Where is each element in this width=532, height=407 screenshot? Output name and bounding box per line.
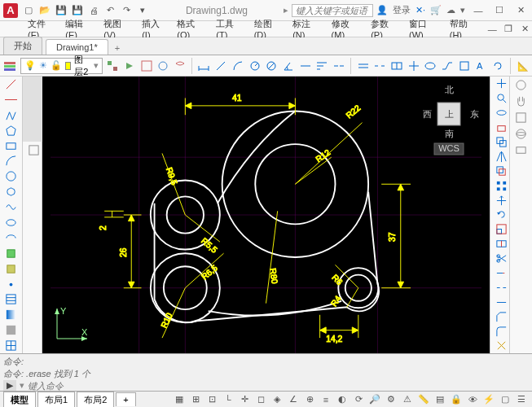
insert-block-tool-icon[interactable] xyxy=(0,246,21,261)
make-block-tool-icon[interactable] xyxy=(0,261,21,277)
saveas-icon[interactable]: 💾 xyxy=(70,3,85,18)
layout-tab-2[interactable]: 布局2 xyxy=(77,392,114,408)
login-link[interactable]: 登录 xyxy=(393,4,411,16)
dim-quick-icon[interactable] xyxy=(298,57,312,75)
layer-selector[interactable]: 💡 ☀ 🔓 图层2 ▾ xyxy=(20,58,103,74)
sb-3dosnap-icon[interactable]: ◈ xyxy=(270,393,284,406)
dim-diameter-icon[interactable] xyxy=(265,57,279,75)
dim-space-icon[interactable] xyxy=(356,57,370,75)
dim-break-icon[interactable] xyxy=(373,57,387,75)
sb-lock-icon[interactable]: 🔒 xyxy=(449,393,464,406)
sb-clean-icon[interactable]: ▢ xyxy=(498,393,512,406)
center-mark-icon[interactable] xyxy=(407,57,420,75)
qat-dropdown-icon[interactable]: ▾ xyxy=(135,3,150,18)
sb-ortho-icon[interactable]: └ xyxy=(221,393,235,406)
sb-cycle-icon[interactable]: ⟳ xyxy=(351,393,366,406)
dim-continue-icon[interactable] xyxy=(332,57,346,75)
properties-icon[interactable] xyxy=(23,142,44,158)
nav-pan-icon[interactable] xyxy=(510,93,531,109)
tab-start[interactable]: 开始 xyxy=(3,37,42,55)
dim-aligned-icon[interactable] xyxy=(214,57,228,75)
drawing-canvas[interactable]: 41 R22 R12 R9,5 R5,5 R6,5 R10 R80 R6 R4 xyxy=(42,77,490,353)
xline-tool-icon[interactable] xyxy=(0,92,21,107)
sb-quickprops-icon[interactable]: ▤ xyxy=(433,393,447,406)
inspect-icon[interactable] xyxy=(424,57,437,75)
layout-tab-add[interactable]: + xyxy=(116,392,135,406)
nav-orbit-icon[interactable] xyxy=(510,125,531,142)
point-tool-icon[interactable] xyxy=(0,277,21,292)
pline-tool-icon[interactable] xyxy=(0,107,21,123)
nav-wheel-icon[interactable] xyxy=(510,77,531,93)
palette-handle-icon[interactable] xyxy=(23,77,44,142)
jogged-icon[interactable] xyxy=(441,57,455,75)
help-dropdown-icon[interactable]: ▾ xyxy=(460,5,465,15)
sb-isolate-icon[interactable]: 👁 xyxy=(465,393,480,406)
sb-workspace-icon[interactable]: ⚙ xyxy=(384,393,398,406)
layout-tab-model[interactable]: 模型 xyxy=(3,392,36,408)
layer-properties-icon[interactable] xyxy=(3,57,17,75)
layer-iso-icon[interactable] xyxy=(139,57,153,75)
sb-osnap-icon[interactable]: ◻ xyxy=(253,393,268,406)
sb-polar-icon[interactable]: ✛ xyxy=(237,393,252,406)
sb-units-icon[interactable]: 📏 xyxy=(416,393,431,406)
print-icon[interactable]: 🖨 xyxy=(86,3,101,18)
line-tool-icon[interactable] xyxy=(0,77,21,92)
cart-icon[interactable]: 🛒 xyxy=(430,5,442,15)
sb-model-icon[interactable]: ▦ xyxy=(172,393,187,406)
sb-annoscale-icon[interactable]: 🔎 xyxy=(367,393,382,406)
dim-arc-icon[interactable] xyxy=(231,57,245,75)
dimtedit-icon[interactable]: A xyxy=(474,57,488,75)
sb-customize-icon[interactable]: ☰ xyxy=(514,393,529,406)
sb-lwt-icon[interactable]: ≡ xyxy=(319,393,333,406)
dim-linear-icon[interactable] xyxy=(197,57,211,75)
circle-tool-icon[interactable] xyxy=(0,168,21,184)
layout-tab-1[interactable]: 布局1 xyxy=(37,392,75,408)
cloud-icon[interactable]: ☁ xyxy=(446,5,455,15)
search-input[interactable] xyxy=(292,4,373,17)
maximize-button[interactable]: ☐ xyxy=(491,4,508,17)
user-icon[interactable]: 👤 xyxy=(376,5,388,15)
dim-angular-icon[interactable] xyxy=(282,57,296,75)
close-button[interactable]: ✕ xyxy=(512,4,529,17)
doc-close-button[interactable]: ✕ xyxy=(517,23,532,36)
layer-prev-icon[interactable] xyxy=(123,57,137,75)
polygon-tool-icon[interactable] xyxy=(0,123,21,138)
rectangle-tool-icon[interactable] xyxy=(0,138,21,154)
app-logo[interactable]: A xyxy=(3,3,18,18)
dim-baseline-icon[interactable] xyxy=(315,57,329,75)
sb-dyn-icon[interactable]: ⊕ xyxy=(302,393,317,406)
sb-hardware-icon[interactable]: ⚡ xyxy=(481,393,496,406)
sb-transparency-icon[interactable]: ◐ xyxy=(335,393,350,406)
dimedit-icon[interactable] xyxy=(457,57,471,75)
dimupdate-icon[interactable] xyxy=(491,57,505,75)
tab-add-button[interactable]: + xyxy=(108,42,126,55)
hatch-tool-icon[interactable] xyxy=(0,291,21,307)
arc-tool-icon[interactable] xyxy=(0,153,21,168)
doc-restore-button[interactable]: ❐ xyxy=(501,23,516,36)
ellipse-tool-icon[interactable] xyxy=(0,215,21,230)
new-icon[interactable]: ▢ xyxy=(21,3,36,18)
region-tool-icon[interactable] xyxy=(0,322,21,338)
gradient-tool-icon[interactable] xyxy=(0,307,21,322)
minimize-button[interactable]: — xyxy=(470,4,486,17)
exchange-icon[interactable]: ✕· xyxy=(415,5,425,15)
layer-freeze-icon[interactable] xyxy=(156,57,170,75)
layer-off-icon[interactable] xyxy=(174,57,187,75)
sb-otrack-icon[interactable]: ∠ xyxy=(286,393,301,406)
sb-annomonitor-icon[interactable]: ⚠ xyxy=(400,393,415,406)
revcloud-tool-icon[interactable] xyxy=(0,184,21,199)
save-icon[interactable]: 💾 xyxy=(54,3,68,18)
ellipse-arc-tool-icon[interactable] xyxy=(0,230,21,246)
table-tool-icon[interactable] xyxy=(0,338,21,353)
tolerance-icon[interactable] xyxy=(390,57,404,75)
command-line[interactable]: 命令: 命令: .erase 找到 1 个 ▶ ▾ xyxy=(0,353,532,391)
undo-icon[interactable]: ↶ xyxy=(103,3,117,18)
nav-zoom-ext-icon[interactable] xyxy=(510,109,531,125)
command-input[interactable] xyxy=(28,381,529,391)
nav-showmotion-icon[interactable] xyxy=(510,142,531,158)
redo-icon[interactable]: ↷ xyxy=(119,3,134,18)
doc-minimize-button[interactable]: — xyxy=(485,23,499,36)
layer-match-icon[interactable] xyxy=(106,57,120,75)
tab-drawing1[interactable]: Drawing1* xyxy=(46,39,108,55)
open-icon[interactable]: 📂 xyxy=(37,3,52,18)
